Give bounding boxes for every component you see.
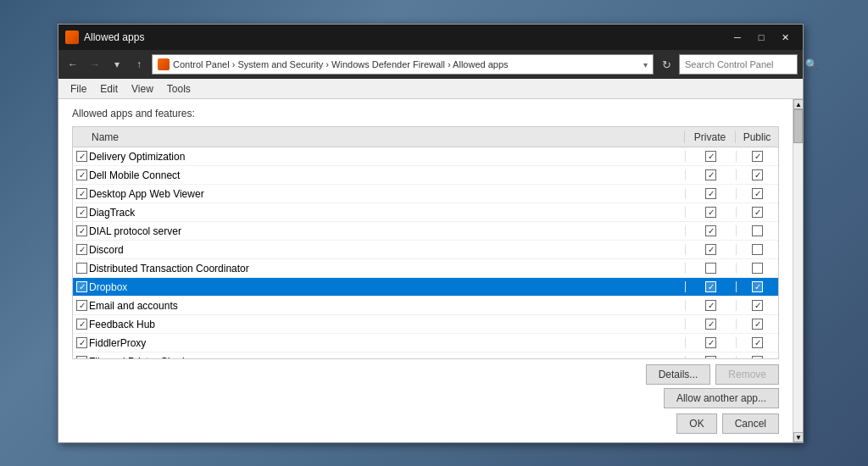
row-checkbox[interactable] [76, 319, 87, 330]
ok-button[interactable]: OK [676, 413, 716, 434]
row-private-cell[interactable] [685, 225, 736, 236]
row-private-cell[interactable] [685, 300, 736, 311]
public-checkbox[interactable] [752, 337, 763, 348]
row-private-cell[interactable] [685, 319, 736, 330]
row-checkbox[interactable] [76, 300, 87, 311]
private-checkbox[interactable] [705, 319, 716, 330]
private-checkbox[interactable] [705, 151, 716, 162]
row-public-cell[interactable] [736, 169, 778, 180]
row-public-cell[interactable] [736, 356, 778, 358]
row-public-cell[interactable] [736, 281, 778, 292]
table-row[interactable]: DiagTrack [73, 203, 778, 222]
row-checkbox[interactable] [76, 263, 87, 274]
public-checkbox[interactable] [752, 169, 763, 180]
row-private-cell[interactable] [685, 151, 736, 162]
scroll-thumb[interactable] [793, 109, 803, 143]
private-checkbox[interactable] [705, 207, 716, 218]
row-private-cell[interactable] [685, 356, 736, 358]
private-checkbox[interactable] [705, 300, 716, 311]
allow-another-button[interactable]: Allow another app... [664, 388, 779, 408]
back-button[interactable]: ← [64, 55, 82, 74]
private-checkbox[interactable] [705, 169, 716, 180]
table-row[interactable]: DIAL protocol server [73, 222, 778, 241]
row-checkbox[interactable] [76, 244, 87, 255]
row-public-cell[interactable] [736, 225, 778, 236]
private-checkbox[interactable] [705, 225, 716, 236]
remove-button[interactable]: Remove [715, 364, 779, 385]
row-checkbox[interactable] [76, 207, 87, 218]
row-private-cell[interactable] [685, 281, 736, 292]
private-checkbox[interactable] [705, 356, 716, 358]
menu-item-edit[interactable]: Edit [93, 81, 125, 97]
address-dropdown-arrow[interactable]: ▾ [643, 60, 648, 69]
row-private-cell[interactable] [685, 244, 736, 255]
private-checkbox[interactable] [705, 281, 716, 292]
row-private-cell[interactable] [685, 207, 736, 218]
row-private-cell[interactable] [685, 337, 736, 348]
search-box[interactable]: 🔍 [679, 54, 798, 75]
private-checkbox[interactable] [705, 244, 716, 255]
table-row[interactable]: Email and accounts [73, 297, 778, 315]
public-checkbox[interactable] [752, 263, 763, 274]
scroll-down-arrow[interactable]: ▼ [793, 432, 803, 442]
table-row[interactable]: Feedback Hub [73, 315, 778, 334]
row-public-cell[interactable] [736, 337, 778, 348]
cancel-button[interactable]: Cancel [722, 413, 779, 434]
row-private-cell[interactable] [685, 188, 736, 199]
row-checkbox[interactable] [76, 356, 87, 358]
table-row[interactable]: Dell Mobile Connect [73, 166, 778, 185]
details-button[interactable]: Details... [646, 364, 711, 385]
maximize-button[interactable]: □ [750, 30, 772, 45]
menu-item-tools[interactable]: Tools [160, 81, 198, 97]
scroll-up-arrow[interactable]: ▲ [793, 99, 803, 109]
public-checkbox[interactable] [752, 151, 763, 162]
row-checkbox[interactable] [76, 188, 87, 199]
row-public-cell[interactable] [736, 300, 778, 311]
private-checkbox[interactable] [705, 263, 716, 274]
row-checkbox[interactable] [76, 337, 87, 348]
table-row[interactable]: Dropbox [73, 278, 778, 297]
row-name-cell: Email and accounts [73, 300, 685, 312]
address-box[interactable]: Control Panel › System and Security › Wi… [152, 54, 654, 75]
menu-item-view[interactable]: View [125, 81, 160, 97]
public-checkbox[interactable] [752, 356, 763, 358]
up-button[interactable]: ↑ [130, 55, 148, 74]
table-row[interactable]: Discord [73, 241, 778, 259]
row-checkbox[interactable] [76, 151, 87, 162]
public-checkbox[interactable] [752, 300, 763, 311]
row-public-cell[interactable] [736, 151, 778, 162]
minimize-button[interactable]: ─ [726, 30, 748, 45]
row-public-cell[interactable] [736, 263, 778, 274]
row-public-cell[interactable] [736, 207, 778, 218]
row-public-cell[interactable] [736, 244, 778, 255]
table-body[interactable]: Delivery OptimizationDell Mobile Connect… [73, 147, 778, 358]
row-private-cell[interactable] [685, 169, 736, 180]
table-row[interactable]: Distributed Transaction Coordinator [73, 259, 778, 278]
search-input[interactable] [685, 59, 802, 69]
table-row[interactable]: Desktop App Web Viewer [73, 185, 778, 203]
close-button[interactable]: ✕ [774, 30, 796, 45]
row-public-cell[interactable] [736, 188, 778, 199]
row-checkbox[interactable] [76, 281, 87, 292]
private-checkbox[interactable] [705, 337, 716, 348]
public-checkbox[interactable] [752, 319, 763, 330]
public-checkbox[interactable] [752, 207, 763, 218]
scroll-track[interactable] [793, 109, 803, 432]
refresh-button[interactable]: ↻ [657, 55, 676, 74]
table-row[interactable]: Delivery Optimization [73, 147, 778, 166]
menu-item-file[interactable]: File [64, 81, 93, 97]
private-checkbox[interactable] [705, 188, 716, 199]
table-row[interactable]: File and Printer Sharing [73, 352, 778, 358]
table-row[interactable]: FiddlerProxy [73, 334, 778, 352]
public-checkbox[interactable] [752, 281, 763, 292]
forward-button[interactable]: → [86, 55, 104, 74]
row-checkbox[interactable] [76, 225, 87, 236]
public-checkbox[interactable] [752, 188, 763, 199]
row-public-cell[interactable] [736, 319, 778, 330]
row-checkbox[interactable] [76, 169, 87, 180]
public-checkbox[interactable] [752, 225, 763, 236]
public-checkbox[interactable] [752, 244, 763, 255]
outer-scrollbar[interactable]: ▲ ▼ [793, 99, 803, 442]
row-private-cell[interactable] [685, 263, 736, 274]
dropdown-button[interactable]: ▾ [108, 55, 126, 74]
